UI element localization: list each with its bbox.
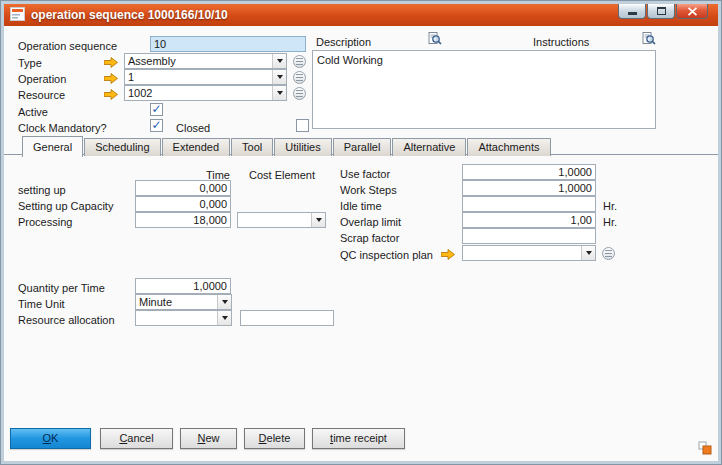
operation-sequence-field[interactable]: 10 (150, 36, 306, 52)
resource-dropdown[interactable]: 1002 (124, 85, 287, 101)
tab-attachments[interactable]: Attachments (467, 138, 550, 156)
window-title: operation sequence 1000166/10/10 (31, 8, 228, 22)
operation-selection-list-button[interactable] (293, 71, 306, 84)
operation-dropdown[interactable]: 1 (124, 69, 287, 85)
chevron-down-icon (311, 213, 325, 227)
tab-scheduling[interactable]: Scheduling (84, 138, 160, 156)
overlap-limit-unit: Hr. (603, 215, 617, 229)
chevron-down-icon (272, 86, 286, 100)
overlap-limit-label: Overlap limit (340, 215, 401, 229)
tab-general[interactable]: General (22, 136, 83, 157)
time-receipt-button[interactable]: time receipt (312, 428, 405, 449)
delete-button[interactable]: Delete (244, 428, 305, 449)
tab-alternative[interactable]: Alternative (392, 138, 466, 156)
cancel-button[interactable]: Cancel (100, 428, 173, 449)
clock-mandatory-checkbox[interactable]: ✓ (150, 119, 163, 132)
minimize-icon (628, 12, 637, 15)
operation-sequence-dialog: operation sequence 1000166/10/10 Operati… (0, 0, 722, 465)
chevron-down-icon (217, 295, 231, 309)
chevron-down-icon (272, 54, 286, 68)
setting-up-label: setting up (18, 183, 66, 197)
idle-time-field[interactable] (462, 196, 596, 212)
closed-checkbox[interactable] (296, 119, 309, 132)
instructions-label: Instructions (533, 35, 589, 49)
tab-tool[interactable]: Tool (231, 138, 273, 156)
ok-button[interactable]: OK (10, 428, 91, 449)
scrap-factor-field[interactable] (462, 228, 596, 244)
idle-time-label: Idle time (340, 199, 382, 213)
mandatory-arrow-icon (104, 57, 118, 68)
active-checkbox[interactable]: ✓ (150, 103, 163, 116)
time-unit-label: Time Unit (18, 297, 65, 311)
processing-label: Processing (18, 215, 72, 229)
time-unit-dropdown[interactable]: Minute (135, 294, 232, 310)
mandatory-arrow-icon (104, 73, 118, 84)
close-icon (687, 7, 698, 16)
setting-up-capacity-field[interactable]: 0,000 (135, 196, 231, 212)
description-textarea[interactable]: Cold Working (312, 50, 656, 129)
operation-label: Operation (18, 72, 66, 86)
setting-up-capacity-label: Setting up Capacity (18, 199, 113, 213)
type-selection-list-button[interactable] (293, 55, 306, 68)
window-controls (617, 4, 708, 19)
type-dropdown[interactable]: Assembly (124, 53, 287, 69)
quantity-per-time-field[interactable]: 1,0000 (135, 278, 231, 294)
use-factor-label: Use factor (340, 167, 390, 181)
instructions-zoom-icon[interactable] (642, 32, 656, 46)
tab-bar: General Scheduling Extended Tool Utiliti… (22, 136, 552, 156)
work-steps-label: Work Steps (340, 183, 397, 197)
maximize-icon (657, 7, 666, 15)
resource-allocation-label: Resource allocation (18, 313, 115, 327)
overlap-limit-field[interactable]: 1,00 (462, 212, 596, 228)
setting-up-field[interactable]: 0,000 (135, 180, 231, 196)
title-bar[interactable]: operation sequence 1000166/10/10 (4, 4, 718, 26)
processing-field[interactable]: 18,000 (135, 212, 231, 228)
dialog-content: Operation sequence 10 Type Assembly Oper… (4, 26, 718, 461)
resource-label: Resource (18, 88, 65, 102)
clock-mandatory-label: Clock Mandatory? (18, 121, 107, 135)
operation-sequence-label: Operation sequence (18, 39, 117, 53)
close-button[interactable] (676, 4, 708, 19)
chevron-down-icon (272, 70, 286, 84)
work-steps-field[interactable]: 1,0000 (462, 180, 596, 196)
chevron-down-icon (581, 246, 595, 260)
resource-allocation-field[interactable] (240, 310, 334, 326)
cost-element-dropdown[interactable] (237, 212, 326, 228)
chevron-down-icon (217, 311, 231, 325)
cost-element-column-header: Cost Element (249, 168, 315, 182)
qc-inspection-plan-dropdown[interactable] (462, 245, 596, 261)
active-label: Active (18, 105, 48, 119)
mandatory-arrow-icon (104, 89, 118, 100)
qc-selection-list-button[interactable] (602, 247, 615, 260)
resource-allocation-dropdown[interactable] (135, 310, 232, 326)
description-zoom-icon[interactable] (428, 32, 442, 46)
resize-grip-icon[interactable] (698, 441, 712, 455)
use-factor-field[interactable]: 1,0000 (462, 164, 596, 180)
minimize-button[interactable] (618, 4, 646, 19)
mandatory-arrow-icon (441, 249, 455, 260)
maximize-button[interactable] (647, 4, 675, 19)
closed-label: Closed (176, 121, 210, 135)
tab-utilities[interactable]: Utilities (274, 138, 331, 156)
idle-time-unit: Hr. (603, 199, 617, 213)
type-label: Type (18, 56, 42, 70)
new-button[interactable]: New (180, 428, 237, 449)
app-icon (10, 7, 25, 23)
scrap-factor-label: Scrap factor (340, 231, 399, 245)
resource-selection-list-button[interactable] (293, 87, 306, 100)
tab-parallel[interactable]: Parallel (333, 138, 392, 156)
qc-inspection-plan-label: QC inspection plan (340, 248, 433, 262)
quantity-per-time-label: Quantity per Time (18, 281, 105, 295)
description-label: Description (316, 35, 371, 49)
tab-extended[interactable]: Extended (162, 138, 230, 156)
